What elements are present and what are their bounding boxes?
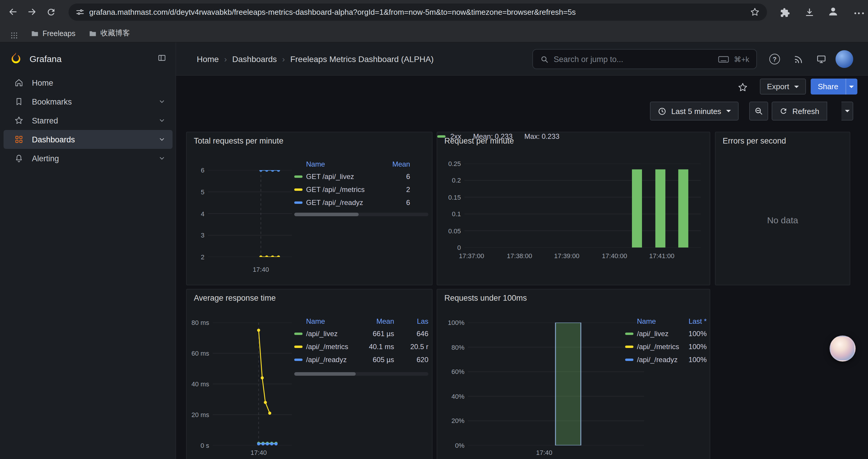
requests-under-100ms-chart[interactable] <box>468 323 644 446</box>
zoom-out-icon[interactable] <box>749 102 768 121</box>
chevron-down-icon <box>726 110 731 112</box>
chevron-down-icon[interactable] <box>158 155 165 162</box>
url-input[interactable] <box>89 8 745 17</box>
sidebar-item-starred[interactable]: Starred <box>4 111 173 130</box>
legend-table: Name Last * /api/_livez 100% /api/_/metr… <box>625 316 707 366</box>
legend-row: /api/_/metrics 40.1 ms 20.5 r <box>294 340 428 353</box>
total-requests-chart[interactable] <box>208 170 292 257</box>
breadcrumb-separator <box>282 54 285 64</box>
sidebar-item-home[interactable]: Home <box>4 73 173 92</box>
refresh-icon <box>779 107 788 115</box>
favorite-star-icon[interactable] <box>737 82 748 93</box>
profile-avatar-icon[interactable] <box>827 5 839 17</box>
breadcrumb-separator <box>224 54 227 64</box>
scrollbar-thumb[interactable] <box>294 213 359 216</box>
y-axis-labels: 0.250.20.150.10.050 <box>440 164 461 248</box>
bookmark-label: 收藏博客 <box>100 28 130 38</box>
sidebar-item-bookmarks[interactable]: Bookmarks <box>4 92 173 111</box>
share-dropdown-caret[interactable] <box>845 78 857 95</box>
bookmark-folder-freeleaps[interactable]: Freeleaps <box>31 27 75 40</box>
legend-item[interactable]: /api/_/readyz <box>306 356 351 364</box>
breadcrumb-dashboards[interactable]: Dashboards <box>232 54 277 64</box>
x-axis-labels: 17:40 <box>208 266 292 274</box>
sidebar-collapse-icon[interactable] <box>157 53 167 63</box>
help-icon[interactable] <box>769 54 780 64</box>
panel-requests-under-100ms: Requests under 100ms 100%80%60%40%20%0% … <box>437 289 710 459</box>
series-swatch <box>625 333 633 335</box>
legend-item[interactable]: /api/_/readyz <box>637 356 683 364</box>
rss-icon[interactable] <box>793 53 804 65</box>
export-button[interactable]: Export <box>760 78 806 95</box>
scrollbar-thumb[interactable] <box>294 372 356 376</box>
downloads-icon[interactable] <box>804 6 815 18</box>
breadcrumb-home[interactable]: Home <box>197 54 219 64</box>
y-axis-labels: 100%80%60%40%20%0% <box>440 323 464 446</box>
legend-scrollbar <box>294 213 428 216</box>
legend-item[interactable]: /api/_/metrics <box>306 342 351 351</box>
legend-item[interactable]: GET /api/_/readyz <box>306 198 386 207</box>
panel-average-response-time: Average response time 80 ms60 ms40 ms20 … <box>186 289 433 459</box>
share-button[interactable]: Share <box>811 78 857 95</box>
chevron-down-icon[interactable] <box>158 117 165 124</box>
x-axis-labels: 17:40 <box>468 449 644 457</box>
site-info-icon[interactable] <box>75 8 85 17</box>
extensions-icon[interactable] <box>779 6 790 18</box>
chevron-down-icon[interactable] <box>158 136 165 143</box>
back-icon[interactable] <box>7 6 19 18</box>
browser-toolbar <box>0 0 868 24</box>
bookmark-label: Freeleaps <box>42 29 75 37</box>
legend-item[interactable]: /api/_/metrics <box>637 342 683 351</box>
bookmark-star-icon[interactable] <box>750 7 760 17</box>
legend-row: /api/_livez 661 µs 646 <box>294 327 428 340</box>
legend-row: /api/_/readyz 605 µs 620 <box>294 353 428 366</box>
panel-title[interactable]: Requests under 100ms <box>444 294 527 302</box>
legend-row: /api/_livez 100% <box>625 327 707 340</box>
bookmark-folder-blogs[interactable]: 收藏博客 <box>89 27 130 40</box>
address-bar[interactable] <box>68 4 767 21</box>
chevron-down-icon <box>794 85 799 88</box>
panel-title[interactable]: Average response time <box>194 294 276 302</box>
legend-row: /api/_/metrics 100% <box>625 340 707 353</box>
legend-scrollbar <box>294 372 428 376</box>
sidebar-item-alerting[interactable]: Alerting <box>4 149 173 168</box>
keyboard-icon <box>718 55 729 63</box>
user-avatar[interactable] <box>836 50 853 68</box>
sidebar-item-dashboards[interactable]: Dashboards <box>4 130 173 149</box>
search-box[interactable]: ⌘+k <box>532 49 757 69</box>
forward-icon[interactable] <box>26 6 38 18</box>
no-data-message: No data <box>716 215 850 225</box>
folder-icon <box>31 29 39 37</box>
request-per-minute-chart[interactable] <box>464 164 701 248</box>
series-swatch <box>294 346 303 348</box>
browser-menu-icon[interactable] <box>853 7 865 19</box>
panel-title[interactable]: Total requests per minute <box>194 136 283 145</box>
refresh-interval-caret[interactable] <box>841 102 853 121</box>
series-swatch <box>294 201 303 204</box>
chat-widget-avatar[interactable] <box>830 335 856 362</box>
chevron-down-icon[interactable] <box>158 98 165 105</box>
monitor-icon[interactable] <box>815 53 827 65</box>
legend-item[interactable]: /api/_livez <box>637 330 683 338</box>
average-response-time-chart[interactable] <box>213 323 292 446</box>
sidebar-nav: Home Bookmarks Starred <box>4 73 173 168</box>
legend-item[interactable]: GET /api/_/metrics <box>306 186 386 194</box>
legend-table: Name Mean Las /api/_livez 661 µs 646 /ap… <box>294 316 428 366</box>
refresh-button[interactable]: Refresh <box>772 102 827 121</box>
legend-item[interactable]: GET /api/_livez <box>306 172 386 181</box>
bookmark-icon <box>14 97 24 106</box>
screen: Freeleaps 收藏博客 Grafana Home <box>0 0 868 459</box>
time-range-picker[interactable]: Last 5 minutes <box>650 102 738 121</box>
apps-grid-icon[interactable] <box>8 30 20 41</box>
home-icon <box>14 78 24 88</box>
grafana-sidebar: Grafana Home Bookmarks <box>0 42 176 459</box>
series-swatch <box>294 333 303 335</box>
panel-title[interactable]: Errors per second <box>723 136 786 145</box>
grafana-logo[interactable] <box>9 52 23 64</box>
legend-max: Max: 0.233 <box>524 132 560 140</box>
panel-title[interactable]: Request per minute <box>444 136 514 145</box>
search-input[interactable] <box>554 55 713 64</box>
x-axis-labels: 17:37:0017:38:0017:39:0017:40:0017:41:00 <box>464 252 701 261</box>
legend-item[interactable]: /api/_livez <box>306 330 351 338</box>
legend-header: Name Last * <box>625 316 707 327</box>
reload-icon[interactable] <box>45 6 57 18</box>
